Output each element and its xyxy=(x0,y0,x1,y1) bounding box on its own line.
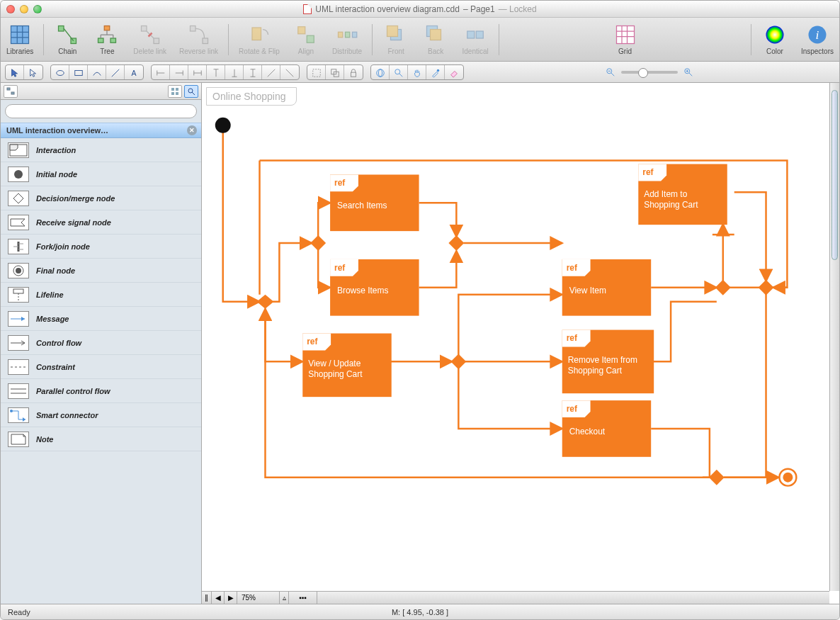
stencil-initial-node[interactable]: Initial node xyxy=(1,162,201,186)
line-tool[interactable] xyxy=(106,65,125,80)
node-initial[interactable] xyxy=(215,118,231,133)
minimize-window-button[interactable] xyxy=(20,5,28,13)
align-button[interactable]: Align xyxy=(293,24,319,55)
dim2-tool[interactable] xyxy=(170,65,188,80)
pointer-tool[interactable] xyxy=(6,65,24,80)
dim8-tool[interactable] xyxy=(280,65,299,80)
svg-rect-15 xyxy=(141,26,147,31)
node-final[interactable] xyxy=(779,469,796,486)
eraser-tool[interactable] xyxy=(445,65,463,80)
sidebar-search xyxy=(1,100,201,123)
zoom-slider[interactable] xyxy=(621,71,678,74)
zoom-window-button[interactable] xyxy=(33,5,42,13)
node-remove-item[interactable]: ref Remove Item fromShopping Cart xyxy=(562,330,654,394)
chain-button[interactable]: Chain xyxy=(54,24,81,55)
node-browse-items[interactable]: ref Browse Items xyxy=(330,259,419,316)
node-merge-search-browse[interactable] xyxy=(448,235,464,251)
node-decision-main[interactable] xyxy=(257,295,274,309)
stencil-list: Interaction Initial node Decision/merge … xyxy=(1,138,201,604)
globe-tool[interactable] xyxy=(371,65,390,80)
tree-button[interactable]: Tree xyxy=(93,24,120,55)
reverse-link-button[interactable]: Reverse link xyxy=(179,24,218,55)
stencil-lifeline[interactable]: Lifeline xyxy=(1,283,201,307)
ellipse-tool[interactable] xyxy=(51,65,69,80)
zoom-value[interactable]: 75% xyxy=(237,592,280,604)
page-tabs[interactable]: ▪▪▪ xyxy=(289,592,317,604)
dim5-tool[interactable] xyxy=(225,65,244,80)
zoom-stepper[interactable]: ▵ xyxy=(280,592,289,604)
front-button[interactable]: Front xyxy=(382,24,409,55)
connector-tool[interactable] xyxy=(88,65,106,80)
zoom-in-icon[interactable] xyxy=(683,67,693,77)
sidebar-tab-grid[interactable] xyxy=(168,85,182,98)
node-view-update-cart[interactable]: ref View / UpdateShopping Cart xyxy=(302,334,391,398)
node-search-items[interactable]: ref Search Items xyxy=(330,174,419,231)
inspectors-button[interactable]: iInspectors xyxy=(801,24,834,55)
stencil-note[interactable]: Note xyxy=(1,427,201,451)
hand-tool[interactable] xyxy=(408,65,426,80)
stencil-decision-node[interactable]: Decision/merge node xyxy=(1,186,201,210)
lock-tool[interactable] xyxy=(344,65,363,80)
page-next[interactable]: ▶ xyxy=(225,592,237,604)
tools-toolbar: A xyxy=(1,62,839,83)
text-tool[interactable]: A xyxy=(125,65,143,80)
stencil-smart-connector[interactable]: Smart connector xyxy=(1,403,201,427)
dim6-tool[interactable] xyxy=(244,65,262,80)
vertical-scrollbar[interactable] xyxy=(829,83,839,591)
dim3-tool[interactable] xyxy=(188,65,207,80)
close-library-icon[interactable]: ✕ xyxy=(187,125,197,135)
titlebar: UML interaction overview diagram.cdd – P… xyxy=(1,1,839,18)
libraries-button[interactable]: Libraries xyxy=(6,24,33,55)
svg-rect-9 xyxy=(98,38,104,43)
svg-point-86 xyxy=(14,170,23,179)
node-decision-cart[interactable] xyxy=(450,354,466,369)
close-window-button[interactable] xyxy=(6,5,15,13)
stencil-interaction[interactable]: Interaction xyxy=(1,138,201,162)
app-window: UML interaction overview diagram.cdd – P… xyxy=(0,0,840,620)
svg-text:ref: ref xyxy=(307,337,317,346)
group-tool[interactable] xyxy=(307,65,326,80)
dim7-tool[interactable] xyxy=(262,65,280,80)
dim1-tool[interactable] xyxy=(152,65,170,80)
delete-link-button[interactable]: Delete link xyxy=(133,24,166,55)
grid-button[interactable]: Grid xyxy=(612,24,639,55)
hscroll-collapse[interactable]: ‖ xyxy=(202,592,212,604)
node-merge-bottom[interactable] xyxy=(709,470,725,485)
node-view-item[interactable]: ref View Item xyxy=(562,259,651,316)
dim4-tool[interactable] xyxy=(207,65,225,80)
svg-rect-80 xyxy=(176,88,178,91)
stencil-fork-join[interactable]: Fork/join node xyxy=(1,235,201,259)
svg-rect-5 xyxy=(59,26,64,31)
node-merge-right[interactable] xyxy=(759,280,774,295)
sidebar-tab-tree[interactable] xyxy=(4,85,18,98)
stencil-final-node[interactable]: Final node xyxy=(1,259,201,283)
rotate-flip-button[interactable]: Rotate & Flip xyxy=(239,24,280,55)
stencil-constraint[interactable]: Constraint xyxy=(1,355,201,379)
horizontal-scrollbar[interactable]: ‖ ◀ ▶ 75% ▵ ▪▪▪ xyxy=(202,591,829,604)
zoom-out-icon[interactable] xyxy=(606,67,615,77)
distribute-button[interactable]: Distribute xyxy=(332,24,362,55)
svg-rect-61 xyxy=(312,69,320,77)
eyedropper-tool[interactable] xyxy=(426,65,445,80)
ungroup-tool[interactable] xyxy=(326,65,344,80)
node-decision-search-browse[interactable] xyxy=(310,235,326,251)
node-merge-view[interactable] xyxy=(715,280,731,295)
color-button[interactable]: Color xyxy=(761,24,788,55)
sidebar-library-header[interactable]: UML interaction overview… ✕ xyxy=(1,123,201,138)
page-prev[interactable]: ◀ xyxy=(212,592,225,604)
node-add-item[interactable]: ref Add Item toShopping Cart xyxy=(638,164,727,225)
node-checkout[interactable]: ref Checkout xyxy=(562,400,651,457)
select-tool[interactable] xyxy=(24,65,42,80)
sidebar-tab-search[interactable] xyxy=(184,85,198,98)
stencil-message[interactable]: Message xyxy=(1,307,201,331)
stencil-receive-signal[interactable]: Receive signal node xyxy=(1,210,201,235)
sidebar-search-input[interactable] xyxy=(5,104,197,118)
zoom-tool[interactable] xyxy=(390,65,408,80)
rect-tool[interactable] xyxy=(69,65,88,80)
stencil-control-flow[interactable]: Control flow xyxy=(1,331,201,355)
stencil-parallel-flow[interactable]: Parallel control flow xyxy=(1,379,201,403)
identical-button[interactable]: Identical xyxy=(462,24,489,55)
svg-line-59 xyxy=(267,69,275,77)
back-button[interactable]: Back xyxy=(422,24,449,55)
canvas[interactable]: Online Shopping xyxy=(202,83,839,604)
